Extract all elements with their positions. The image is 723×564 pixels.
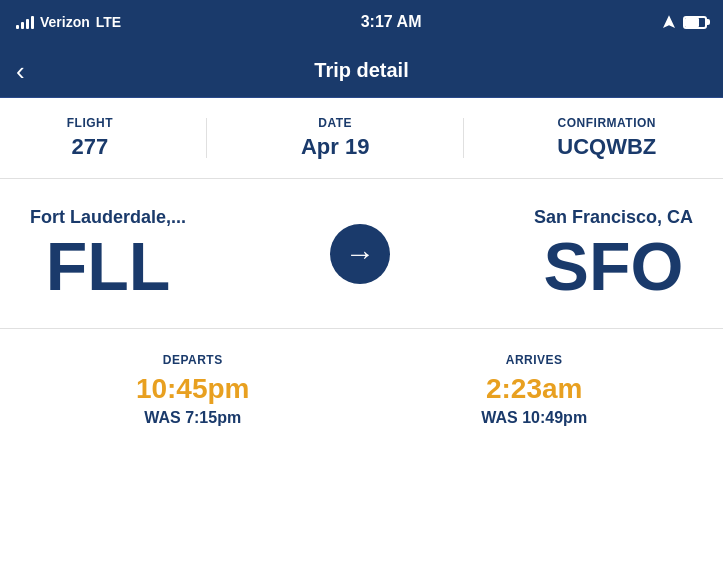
back-button[interactable]: ‹ — [16, 58, 25, 84]
page-title: Trip detail — [314, 59, 408, 82]
confirmation-label: CONFIRMATION — [557, 116, 656, 130]
origin-code: FLL — [30, 232, 186, 300]
carrier-name: Verizon — [40, 14, 90, 30]
arrives-was: WAS 10:49pm — [481, 409, 587, 427]
arrives-time: 2:23am — [481, 373, 587, 405]
departs-time: 10:45pm — [136, 373, 250, 405]
signal-icon — [16, 15, 34, 29]
divider-1 — [206, 118, 207, 158]
location-icon — [661, 14, 677, 30]
flight-label: FLIGHT — [67, 116, 113, 130]
date-label: DATE — [301, 116, 369, 130]
battery-icon — [683, 16, 707, 29]
destination-city: San Francisco, CA — [534, 207, 693, 228]
confirmation-code: UCQWBZ — [557, 134, 656, 160]
status-bar: Verizon LTE 3:17 AM — [0, 0, 723, 44]
arrow-icon: → — [345, 239, 375, 269]
destination-code: SFO — [534, 232, 693, 300]
flight-info-row: FLIGHT 277 DATE Apr 19 CONFIRMATION UCQW… — [0, 98, 723, 179]
status-left: Verizon LTE — [16, 14, 121, 30]
origin-city: Fort Lauderdale,... — [30, 207, 186, 228]
route-section: Fort Lauderdale,... FLL → San Francisco,… — [0, 179, 723, 329]
departs-item: DEPARTS 10:45pm WAS 7:15pm — [136, 353, 250, 427]
status-right — [661, 14, 707, 30]
times-section: DEPARTS 10:45pm WAS 7:15pm ARRIVES 2:23a… — [0, 329, 723, 451]
destination-airport: San Francisco, CA SFO — [534, 207, 693, 300]
route-arrow: → — [330, 224, 390, 284]
flight-number: 277 — [67, 134, 113, 160]
network-type: LTE — [96, 14, 121, 30]
date-value: Apr 19 — [301, 134, 369, 160]
arrives-item: ARRIVES 2:23am WAS 10:49pm — [481, 353, 587, 427]
nav-bar: ‹ Trip detail — [0, 44, 723, 98]
arrives-label: ARRIVES — [481, 353, 587, 367]
flight-number-item: FLIGHT 277 — [67, 116, 113, 160]
confirmation-item: CONFIRMATION UCQWBZ — [557, 116, 656, 160]
date-item: DATE Apr 19 — [301, 116, 369, 160]
departs-was: WAS 7:15pm — [136, 409, 250, 427]
origin-airport: Fort Lauderdale,... FLL — [30, 207, 186, 300]
status-time: 3:17 AM — [361, 13, 422, 31]
departs-label: DEPARTS — [136, 353, 250, 367]
divider-2 — [463, 118, 464, 158]
